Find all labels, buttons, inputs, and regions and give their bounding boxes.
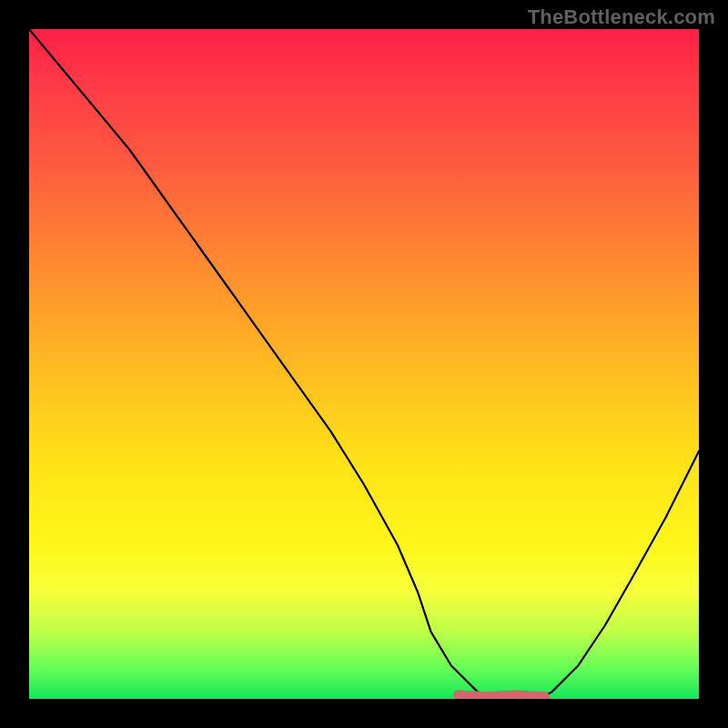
curve-layer bbox=[29, 29, 699, 699]
trough-highlight bbox=[458, 694, 545, 696]
bottleneck-curve bbox=[29, 29, 699, 699]
watermark-text: TheBottleneck.com bbox=[528, 5, 715, 29]
plot-area bbox=[29, 29, 699, 699]
chart-stage: TheBottleneck.com bbox=[0, 0, 728, 728]
